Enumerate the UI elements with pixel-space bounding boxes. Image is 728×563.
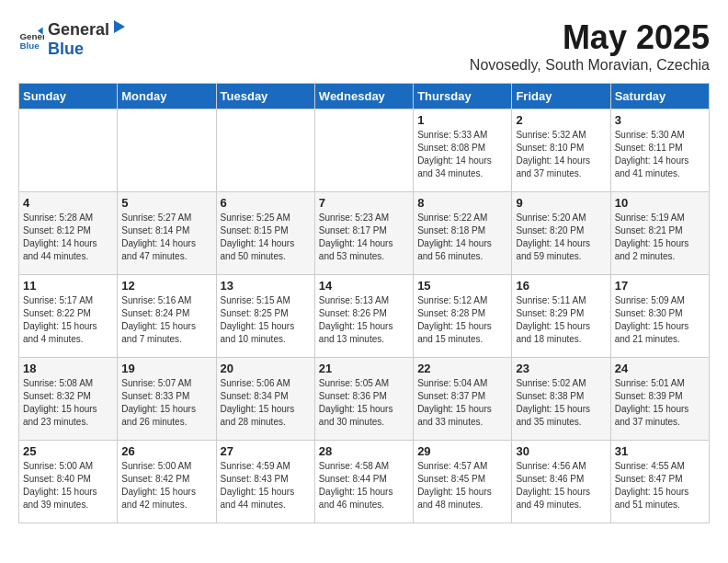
day-number: 30 — [516, 444, 606, 458]
day-cell-28: 28Sunrise: 4:58 AM Sunset: 8:44 PM Dayli… — [314, 441, 413, 523]
column-header-tuesday: Tuesday — [216, 84, 314, 109]
day-number: 17 — [615, 279, 705, 293]
day-cell-11: 11Sunrise: 5:17 AM Sunset: 8:22 PM Dayli… — [19, 275, 118, 358]
page-header: General Blue General Blue May 2025 Novos… — [18, 18, 710, 74]
day-number: 28 — [319, 444, 409, 458]
day-number: 8 — [417, 196, 507, 210]
day-number: 18 — [23, 362, 113, 375]
day-content: Sunrise: 5:13 AM Sunset: 8:26 PM Dayligh… — [319, 294, 409, 346]
column-header-friday: Friday — [512, 84, 610, 109]
column-header-wednesday: Wednesday — [314, 84, 413, 109]
day-number: 26 — [121, 444, 211, 458]
day-cell-14: 14Sunrise: 5:13 AM Sunset: 8:26 PM Dayli… — [314, 275, 413, 358]
day-content: Sunrise: 5:25 AM Sunset: 8:15 PM Dayligh… — [221, 212, 311, 263]
calendar-table: SundayMondayTuesdayWednesdayThursdayFrid… — [18, 83, 710, 523]
empty-cell — [314, 109, 413, 192]
column-header-thursday: Thursday — [414, 84, 512, 109]
empty-cell — [216, 109, 314, 192]
day-number: 9 — [516, 196, 606, 210]
day-cell-19: 19Sunrise: 5:07 AM Sunset: 8:33 PM Dayli… — [118, 358, 216, 441]
day-number: 25 — [23, 444, 113, 458]
day-cell-20: 20Sunrise: 5:06 AM Sunset: 8:34 PM Dayli… — [216, 358, 314, 441]
week-row-5: 25Sunrise: 5:00 AM Sunset: 8:40 PM Dayli… — [19, 441, 710, 523]
day-number: 3 — [615, 113, 705, 127]
column-header-monday: Monday — [118, 84, 216, 109]
day-content: Sunrise: 5:00 AM Sunset: 8:42 PM Dayligh… — [121, 460, 211, 511]
day-number: 15 — [417, 279, 507, 293]
logo-arrow-icon — [110, 18, 127, 35]
day-content: Sunrise: 5:09 AM Sunset: 8:30 PM Dayligh… — [615, 294, 705, 346]
day-content: Sunrise: 5:33 AM Sunset: 8:08 PM Dayligh… — [417, 129, 507, 180]
day-content: Sunrise: 5:28 AM Sunset: 8:12 PM Dayligh… — [23, 212, 113, 263]
day-number: 16 — [516, 279, 606, 293]
day-number: 23 — [516, 362, 606, 375]
week-row-3: 11Sunrise: 5:17 AM Sunset: 8:22 PM Dayli… — [19, 275, 710, 358]
day-number: 29 — [417, 444, 507, 458]
week-row-1: 1Sunrise: 5:33 AM Sunset: 8:08 PM Daylig… — [19, 109, 710, 192]
day-cell-22: 22Sunrise: 5:04 AM Sunset: 8:37 PM Dayli… — [414, 358, 512, 441]
day-number: 20 — [221, 362, 311, 375]
day-content: Sunrise: 5:11 AM Sunset: 8:29 PM Dayligh… — [516, 294, 606, 346]
day-content: Sunrise: 5:16 AM Sunset: 8:24 PM Dayligh… — [121, 294, 211, 346]
day-content: Sunrise: 5:27 AM Sunset: 8:14 PM Dayligh… — [121, 212, 211, 263]
empty-cell — [118, 109, 216, 192]
logo-blue: Blue — [48, 40, 128, 59]
day-cell-23: 23Sunrise: 5:02 AM Sunset: 8:38 PM Dayli… — [512, 358, 610, 441]
day-number: 10 — [615, 196, 705, 210]
day-content: Sunrise: 5:04 AM Sunset: 8:37 PM Dayligh… — [417, 377, 507, 429]
day-cell-24: 24Sunrise: 5:01 AM Sunset: 8:39 PM Dayli… — [610, 358, 709, 441]
day-number: 13 — [221, 279, 311, 293]
month-title: May 2025 — [470, 18, 710, 57]
logo-general: General — [48, 20, 109, 40]
column-header-saturday: Saturday — [610, 84, 709, 109]
week-row-4: 18Sunrise: 5:08 AM Sunset: 8:32 PM Dayli… — [19, 358, 710, 441]
day-content: Sunrise: 4:56 AM Sunset: 8:46 PM Dayligh… — [516, 460, 606, 511]
day-content: Sunrise: 5:02 AM Sunset: 8:38 PM Dayligh… — [516, 377, 606, 429]
day-cell-6: 6Sunrise: 5:25 AM Sunset: 8:15 PM Daylig… — [216, 192, 314, 275]
day-cell-31: 31Sunrise: 4:55 AM Sunset: 8:47 PM Dayli… — [610, 441, 709, 523]
day-content: Sunrise: 5:15 AM Sunset: 8:25 PM Dayligh… — [221, 294, 311, 346]
column-header-sunday: Sunday — [19, 84, 118, 109]
day-content: Sunrise: 5:12 AM Sunset: 8:28 PM Dayligh… — [417, 294, 507, 346]
day-content: Sunrise: 5:05 AM Sunset: 8:36 PM Dayligh… — [319, 377, 409, 429]
day-number: 4 — [23, 196, 113, 210]
day-cell-16: 16Sunrise: 5:11 AM Sunset: 8:29 PM Dayli… — [512, 275, 610, 358]
week-row-2: 4Sunrise: 5:28 AM Sunset: 8:12 PM Daylig… — [19, 192, 710, 275]
day-cell-26: 26Sunrise: 5:00 AM Sunset: 8:42 PM Dayli… — [118, 441, 216, 523]
day-cell-2: 2Sunrise: 5:32 AM Sunset: 8:10 PM Daylig… — [512, 109, 610, 192]
day-cell-10: 10Sunrise: 5:19 AM Sunset: 8:21 PM Dayli… — [610, 192, 709, 275]
logo-icon: General Blue — [18, 26, 44, 52]
day-content: Sunrise: 5:32 AM Sunset: 8:10 PM Dayligh… — [516, 129, 606, 180]
svg-marker-3 — [114, 20, 125, 33]
day-cell-5: 5Sunrise: 5:27 AM Sunset: 8:14 PM Daylig… — [118, 192, 216, 275]
day-number: 2 — [516, 113, 606, 127]
day-cell-30: 30Sunrise: 4:56 AM Sunset: 8:46 PM Dayli… — [512, 441, 610, 523]
day-number: 21 — [319, 362, 409, 375]
day-number: 11 — [23, 279, 113, 293]
day-cell-27: 27Sunrise: 4:59 AM Sunset: 8:43 PM Dayli… — [216, 441, 314, 523]
day-cell-25: 25Sunrise: 5:00 AM Sunset: 8:40 PM Dayli… — [19, 441, 118, 523]
location-subtitle: Novosedly, South Moravian, Czechia — [470, 57, 710, 74]
day-cell-17: 17Sunrise: 5:09 AM Sunset: 8:30 PM Dayli… — [610, 275, 709, 358]
day-cell-29: 29Sunrise: 4:57 AM Sunset: 8:45 PM Dayli… — [414, 441, 512, 523]
day-number: 19 — [121, 362, 211, 375]
day-cell-3: 3Sunrise: 5:30 AM Sunset: 8:11 PM Daylig… — [610, 109, 709, 192]
day-content: Sunrise: 5:08 AM Sunset: 8:32 PM Dayligh… — [23, 377, 113, 429]
day-content: Sunrise: 5:06 AM Sunset: 8:34 PM Dayligh… — [221, 377, 311, 429]
day-number: 27 — [221, 444, 311, 458]
day-number: 24 — [615, 362, 705, 375]
day-number: 1 — [417, 113, 507, 127]
title-block: May 2025 Novosedly, South Moravian, Czec… — [470, 18, 710, 74]
day-number: 6 — [221, 196, 311, 210]
day-content: Sunrise: 4:59 AM Sunset: 8:43 PM Dayligh… — [221, 460, 311, 511]
empty-cell — [19, 109, 118, 192]
day-number: 22 — [417, 362, 507, 375]
day-number: 5 — [121, 196, 211, 210]
svg-text:Blue: Blue — [19, 40, 40, 51]
day-cell-18: 18Sunrise: 5:08 AM Sunset: 8:32 PM Dayli… — [19, 358, 118, 441]
day-number: 12 — [121, 279, 211, 293]
day-cell-9: 9Sunrise: 5:20 AM Sunset: 8:20 PM Daylig… — [512, 192, 610, 275]
day-number: 31 — [615, 444, 705, 458]
day-cell-12: 12Sunrise: 5:16 AM Sunset: 8:24 PM Dayli… — [118, 275, 216, 358]
day-cell-4: 4Sunrise: 5:28 AM Sunset: 8:12 PM Daylig… — [19, 192, 118, 275]
